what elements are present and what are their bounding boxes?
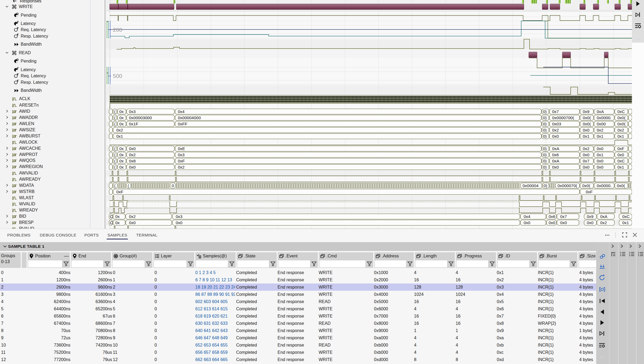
- svg-text:0x00003000: 0x00003000: [129, 115, 152, 120]
- svg-text:0x2: 0x2: [600, 220, 607, 225]
- svg-text:0x03: 0x03: [552, 122, 561, 126]
- svg-text:0): 0): [544, 183, 547, 188]
- svg-text:0x6: 0x6: [549, 214, 555, 219]
- svg-text:0x0(: 0x0(: [617, 122, 626, 126]
- svg-text:(: (: [114, 159, 116, 163]
- svg-text:0x: 0x: [119, 152, 124, 157]
- svg-text:0x00004: 0x00004: [523, 183, 539, 188]
- svg-text:0x1: 0x1: [622, 220, 629, 225]
- svg-text:0x: 0x: [119, 146, 124, 151]
- svg-text:0x7: 0x7: [560, 214, 567, 219]
- svg-text:0x2: 0x2: [129, 152, 136, 157]
- svg-text:0x: 0x: [119, 159, 124, 163]
- svg-text:0xFF: 0xFF: [178, 122, 187, 126]
- svg-text:0x4: 0x4: [178, 109, 185, 114]
- svg-text:0xA: 0xA: [597, 109, 604, 114]
- svg-text:0x8: 0x8: [129, 159, 136, 163]
- svg-text:0x1: 0x1: [597, 152, 603, 157]
- svg-text:0x: 0x: [115, 220, 120, 225]
- svg-text:0x0(: 0x0(: [617, 115, 626, 120]
- svg-text:0x: 0x: [119, 165, 124, 169]
- svg-text:0x6: 0x6: [552, 152, 559, 157]
- svg-text:0x0: 0x0: [129, 146, 136, 151]
- svg-text:0x2: 0x2: [116, 128, 123, 132]
- svg-text:0x: 0x: [119, 109, 124, 114]
- svg-text:(: (: [114, 165, 116, 169]
- svg-text:0: 0: [172, 183, 174, 188]
- svg-text:0xC: 0xC: [617, 109, 625, 114]
- svg-text:0x0: 0x0: [524, 220, 530, 225]
- svg-text:0x1: 0x1: [597, 134, 603, 139]
- svg-text:0x0000700(: 0x0000700(: [552, 115, 574, 120]
- svg-text:0x0: 0x0: [129, 220, 136, 225]
- svg-text:0x1: 0x1: [116, 134, 123, 139]
- svg-text:C: C: [110, 214, 113, 219]
- svg-text:0x0: 0x0: [583, 128, 589, 132]
- svg-text:0): 0): [543, 122, 547, 126]
- svg-text:0x: 0x: [119, 115, 124, 120]
- svg-text:0x2: 0x2: [552, 128, 559, 132]
- svg-text:0x4: 0x4: [524, 214, 530, 219]
- svg-text:0x0: 0x0: [617, 152, 624, 157]
- svg-text:0x0: 0x0: [587, 220, 593, 225]
- svg-text:0x0000.: 0x0000.: [597, 183, 611, 188]
- svg-text:0x3: 0x3: [178, 152, 185, 157]
- svg-text:0): 0): [543, 146, 547, 151]
- svg-text:(: (: [114, 146, 116, 151]
- svg-text:C: C: [110, 220, 113, 225]
- svg-text:0x0: 0x0: [176, 220, 182, 225]
- svg-text:0x0: 0x0: [552, 165, 559, 169]
- svg-text:(: (: [114, 183, 116, 188]
- svg-text:0x0: 0x0: [129, 165, 136, 169]
- svg-text:0x9: 0x9: [587, 214, 593, 219]
- svg-text:0x9: 0x9: [583, 109, 589, 114]
- svg-text:0x0(: 0x0(: [617, 183, 625, 188]
- svg-text:0x2: 0x2: [129, 214, 136, 219]
- svg-text:0x0(: 0x0(: [583, 122, 591, 126]
- svg-text:(: (: [114, 109, 116, 114]
- svg-text:0x0: 0x0: [597, 159, 603, 163]
- svg-text:0x2: 0x2: [617, 128, 624, 132]
- svg-text:0x0(: 0x0(: [582, 183, 591, 188]
- svg-text:0): 0): [543, 134, 547, 139]
- svg-text:0x1: 0x1: [583, 134, 589, 139]
- svg-text:0xA: 0xA: [552, 159, 559, 163]
- svg-text:0x0: 0x0: [597, 146, 603, 151]
- svg-text:0xC: 0xC: [617, 159, 625, 163]
- svg-text:0x0000.: 0x0000.: [597, 115, 611, 120]
- svg-text:0x0: 0x0: [597, 165, 603, 169]
- svg-text:(: (: [114, 122, 116, 126]
- svg-text:200: 200: [113, 27, 122, 33]
- svg-text:0xE: 0xE: [178, 146, 185, 151]
- svg-text:0): 0): [543, 109, 547, 114]
- svg-text:0x0(: 0x0(: [583, 115, 591, 120]
- svg-text:0x0: 0x0: [549, 220, 555, 225]
- svg-text:0xC: 0xC: [622, 214, 630, 219]
- svg-text:500: 500: [113, 73, 122, 79]
- svg-text:0): 0): [543, 128, 547, 132]
- svg-text:0x1: 0x1: [617, 134, 624, 139]
- svg-text:0x00004000: 0x00004000: [178, 115, 201, 120]
- svg-text:0x: 0x: [115, 214, 120, 219]
- svg-text:0x3: 0x3: [129, 109, 136, 114]
- svg-text:0xF: 0xF: [178, 159, 185, 163]
- svg-text:(: (: [128, 183, 129, 188]
- svg-text:0x000070(: 0x000070(: [557, 183, 577, 188]
- svg-text:0): 0): [543, 165, 547, 169]
- svg-text:0x1: 0x1: [617, 165, 624, 169]
- svg-text:0x: 0x: [119, 122, 124, 126]
- svg-text:0): 0): [543, 159, 547, 163]
- svg-text:0x2: 0x2: [178, 165, 185, 169]
- svg-text:0xF: 0xF: [116, 190, 123, 194]
- svg-text:0x0: 0x0: [583, 152, 589, 157]
- svg-text:0x2: 0x2: [597, 128, 603, 132]
- svg-text:0x3: 0x3: [176, 214, 182, 219]
- svg-text:0x0: 0x0: [583, 165, 589, 169]
- svg-text:0x0: 0x0: [560, 220, 567, 225]
- svg-text:(: (: [114, 115, 116, 120]
- svg-text:0x7: 0x7: [583, 159, 589, 163]
- svg-text:0x7: 0x7: [552, 109, 559, 114]
- svg-text:0xA: 0xA: [552, 146, 559, 151]
- svg-text:0xF: 0xF: [586, 190, 593, 194]
- svg-text:0x0: 0x0: [552, 134, 559, 139]
